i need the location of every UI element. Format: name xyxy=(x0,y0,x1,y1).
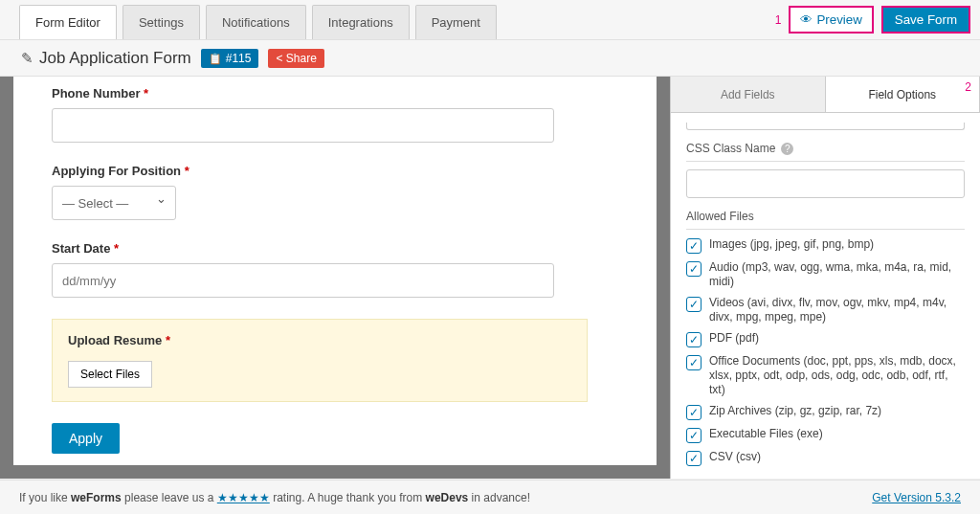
title-bar: Job Application Form #115 < Share xyxy=(0,40,980,77)
allowed-images-row: Images (jpg, jpeg, gif, png, bmp) xyxy=(686,237,965,254)
form-id-text: #115 xyxy=(226,52,252,65)
allowed-zip-label: Zip Archives (zip, gz, gzip, rar, 7z) xyxy=(709,404,881,418)
form-canvas-wrap: Phone Number * Applying For Position * —… xyxy=(0,77,670,479)
allowed-zip-row: Zip Archives (zip, gz, gzip, rar, 7z) xyxy=(686,404,965,420)
tab-form-editor[interactable]: Form Editor xyxy=(19,5,117,39)
save-form-button[interactable]: Save Form xyxy=(881,6,970,34)
phone-label: Phone Number * xyxy=(52,86,618,101)
tab-settings[interactable]: Settings xyxy=(122,5,200,39)
required-marker: * xyxy=(144,86,148,101)
pencil-icon[interactable] xyxy=(21,49,33,68)
allowed-exe-checkbox[interactable] xyxy=(686,428,702,443)
help-icon[interactable] xyxy=(781,142,793,155)
clipboard-icon xyxy=(209,52,222,65)
allowed-videos-checkbox[interactable] xyxy=(686,297,702,312)
get-version-link[interactable]: Get Version 5.3.2 xyxy=(872,491,961,504)
footer-text: If you like weForms please leave us a ★★… xyxy=(19,491,530,504)
position-label: Applying For Position * xyxy=(52,164,618,178)
panel-tab-add-fields[interactable]: Add Fields xyxy=(671,77,826,112)
required-marker: * xyxy=(166,333,170,347)
allowed-audio-row: Audio (mp3, wav, ogg, wma, mka, m4a, ra,… xyxy=(686,260,965,289)
allowed-pdf-label: PDF (pdf) xyxy=(709,331,759,346)
allowed-files-section-title: Allowed Files xyxy=(686,210,965,230)
field-options-panel: Add Fields Field Options 2 CSS Class Nam… xyxy=(670,77,980,479)
allowed-pdf-checkbox[interactable] xyxy=(686,332,702,347)
allowed-exe-label: Executable Files (exe) xyxy=(709,427,823,441)
main-layout: Phone Number * Applying For Position * —… xyxy=(0,77,980,479)
field-submit: Apply xyxy=(52,423,618,454)
required-marker: * xyxy=(114,241,119,256)
tab-integrations[interactable]: Integrations xyxy=(312,5,410,39)
allowed-pdf-row: PDF (pdf) xyxy=(686,331,965,347)
field-position[interactable]: Applying For Position * — Select — xyxy=(52,164,618,220)
apply-button[interactable]: Apply xyxy=(52,423,120,454)
allowed-audio-label: Audio (mp3, wav, ogg, wma, mka, m4a, ra,… xyxy=(709,260,965,289)
conditional-logic-section-title: Conditional Logic xyxy=(686,478,965,479)
top-tab-bar: Form Editor Settings Notifications Integ… xyxy=(0,0,980,40)
field-phone[interactable]: Phone Number * xyxy=(52,86,618,143)
start-date-input[interactable] xyxy=(52,263,554,298)
upload-label: Upload Resume * xyxy=(68,333,571,347)
css-class-section-title: CSS Class Name xyxy=(686,142,965,162)
field-start-date[interactable]: Start Date * xyxy=(52,241,618,298)
share-button[interactable]: < Share xyxy=(268,49,323,68)
field-upload-resume[interactable]: Upload Resume * Select Files xyxy=(52,319,588,402)
allowed-zip-checkbox[interactable] xyxy=(686,405,702,420)
topbar-actions: 1 Preview Save Form xyxy=(775,6,970,39)
panel-tabs: Add Fields Field Options 2 xyxy=(671,77,980,113)
start-date-label: Start Date * xyxy=(52,241,618,256)
css-class-input[interactable] xyxy=(686,169,965,198)
allowed-images-checkbox[interactable] xyxy=(686,238,702,254)
eye-icon xyxy=(800,12,813,27)
tab-notifications[interactable]: Notifications xyxy=(206,5,306,39)
footer: If you like weForms please leave us a ★★… xyxy=(0,480,980,514)
allowed-csv-label: CSV (csv) xyxy=(709,450,761,464)
phone-input[interactable] xyxy=(52,108,554,143)
allowed-audio-checkbox[interactable] xyxy=(686,261,702,277)
allowed-csv-row: CSV (csv) xyxy=(686,450,965,466)
required-marker: * xyxy=(185,164,189,178)
annotation-1: 1 xyxy=(775,13,782,27)
allowed-office-label: Office Documents (doc, ppt, pps, xls, md… xyxy=(709,354,965,397)
rating-link[interactable]: ★★★★★ xyxy=(217,491,270,504)
panel-tab-field-options[interactable]: Field Options 2 xyxy=(826,77,981,112)
form-id-badge[interactable]: #115 xyxy=(201,49,259,68)
panel-body: CSS Class Name Allowed Files Images (jpg… xyxy=(671,113,980,479)
allowed-videos-row: Videos (avi, divx, flv, mov, ogv, mkv, m… xyxy=(686,296,965,324)
form-title-text: Job Application Form xyxy=(39,49,191,68)
allowed-csv-checkbox[interactable] xyxy=(686,451,702,466)
preview-button[interactable]: Preview xyxy=(789,6,873,34)
allowed-office-checkbox[interactable] xyxy=(686,355,702,370)
annotation-2: 2 xyxy=(965,80,971,94)
allowed-exe-row: Executable Files (exe) xyxy=(686,427,965,443)
preview-label: Preview xyxy=(816,12,861,27)
form-title: Job Application Form xyxy=(21,49,191,68)
allowed-images-label: Images (jpg, jpeg, gif, png, bmp) xyxy=(709,237,874,252)
allowed-videos-label: Videos (avi, divx, flv, mov, ogv, mkv, m… xyxy=(709,296,965,324)
allowed-office-row: Office Documents (doc, ppt, pps, xls, md… xyxy=(686,354,965,397)
tab-payment[interactable]: Payment xyxy=(415,5,497,39)
position-select[interactable]: — Select — xyxy=(52,186,176,220)
form-canvas: Phone Number * Applying For Position * —… xyxy=(13,77,657,465)
prev-section-input-bottom[interactable] xyxy=(686,123,965,130)
select-files-button[interactable]: Select Files xyxy=(68,361,152,388)
